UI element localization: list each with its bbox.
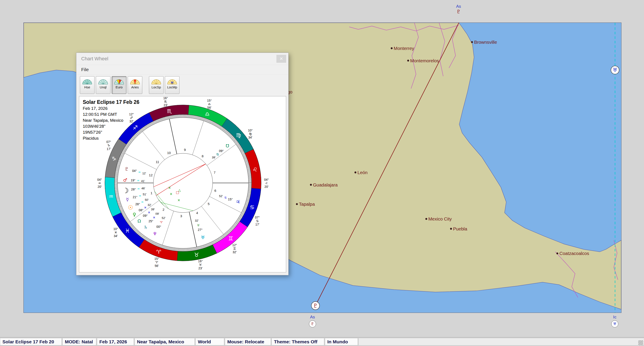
chart-wheel: ♈♉♊♋♌♍♎♏♐♑♒♓△□×××12345678910111204°♒20'1… — [79, 96, 286, 272]
capricorn-sign-glyph: ♑ — [111, 156, 116, 162]
planet-sign-north-node: ♓ — [148, 211, 150, 214]
wheel-icon — [82, 78, 92, 85]
cusp-label-deg-11: 12° — [129, 112, 134, 116]
planet-sign-south-node: ♍ — [216, 153, 219, 156]
planet-min-jupiter: 52' — [219, 194, 223, 198]
house-cusp-12 — [124, 153, 156, 170]
toolbar-button-label: Hse — [84, 85, 90, 89]
resize-grip[interactable] — [638, 340, 643, 345]
planet-min-mercury: 51' — [143, 193, 146, 196]
cusp-label-deg-2: 10° — [113, 227, 118, 231]
planet-glyph-south-node: Ω — [226, 143, 229, 149]
close-button[interactable]: × — [276, 55, 286, 63]
planet-glyph-moon: ☽ — [122, 186, 129, 195]
planet-deg-saturn: 25° — [148, 219, 153, 223]
planet-deg-pluto: 04° — [132, 169, 137, 173]
house-number-2: 2 — [162, 208, 164, 211]
planet-deg-neptune: 00° — [156, 225, 161, 228]
chart-info-line-5: 19N57'26" — [83, 130, 102, 135]
cusp-label-deg-9: 15° — [207, 99, 212, 102]
wheel-icon — [98, 78, 108, 85]
status-date[interactable]: Feb 17, 2026 — [97, 338, 134, 345]
city-dot — [310, 184, 312, 186]
cusp-label-min-9: 56' — [207, 106, 211, 109]
house-cusp-10 — [169, 119, 177, 154]
city-label: Montemorelos — [410, 58, 439, 63]
city-dot — [471, 41, 473, 43]
chart-wheel-dialog[interactable]: Chart Wheel × File HseUnqlEuroAriesLocSp… — [76, 53, 288, 275]
house-number-9: 9 — [184, 148, 186, 152]
planet-sign-pluto: ♒ — [138, 171, 141, 174]
toolbar-button-aries[interactable]: Aries — [128, 76, 142, 94]
planet-deg-south-node: 09° — [219, 149, 224, 153]
status-theme[interactable]: Theme: Themes Off — [272, 338, 324, 345]
planet-glyph-mercury: ☿ — [126, 197, 129, 202]
planet-min-neptune: 52' — [162, 216, 166, 220]
toolbar-button-euro[interactable]: Euro — [112, 76, 126, 94]
planet-deg-moon: 28° — [131, 187, 136, 191]
toolbar-button-locsp[interactable]: LocSp — [149, 76, 164, 94]
planet-min-north-node: 39' — [151, 208, 155, 211]
aquarius-sign-glyph: ♒ — [109, 193, 114, 200]
house-number-4: 4 — [196, 211, 198, 215]
status-mode[interactable]: MODE: Natal — [62, 338, 96, 345]
planet-sign-jupiter: ♋ — [224, 196, 227, 199]
chart-panel: ♈♉♊♋♌♍♎♏♐♑♒♓△□×××12345678910111204°♒20'1… — [79, 96, 286, 272]
city-label: Guadalajara — [313, 182, 338, 187]
wheel-icon — [130, 78, 140, 85]
cusp-label-sign-7: ♌ — [265, 181, 268, 185]
planet-sign-mars: ♒ — [137, 179, 140, 182]
cusp-label-min-7: 20' — [264, 185, 268, 188]
house-cusp-9 — [192, 121, 204, 155]
toolbar-button-label: Euro — [116, 85, 122, 89]
cusp-label-sign-11: ♐ — [130, 116, 133, 120]
planet-deg-jupiter: 15° — [228, 197, 232, 201]
planet-min-south-node: 39' — [212, 156, 216, 159]
house-number-3: 3 — [180, 214, 182, 218]
cusp-label-min-11: 32' — [130, 120, 134, 123]
toolbar-button-unql[interactable]: Unql — [96, 76, 110, 94]
city-label: Mexico City — [428, 216, 452, 221]
leo-sign-glyph: ♌ — [252, 166, 258, 173]
pisces-sign-glyph: ♓ — [125, 228, 130, 234]
menu-file[interactable]: File — [78, 66, 92, 73]
aspect-glyph: × — [170, 192, 172, 196]
cusp-label-min-5: 32' — [232, 250, 236, 254]
toolbar-button-hse[interactable]: Hse — [80, 76, 94, 94]
planet-min-venus: 32' — [148, 203, 151, 207]
status-location[interactable]: Near Tapalpa, Mexico — [134, 338, 195, 345]
planet-deg-uranus: 27° — [198, 228, 202, 232]
cusp-label-deg-3: 15° — [154, 257, 159, 260]
angle-label-As: As — [456, 4, 461, 9]
dialog-titlebar[interactable]: Chart Wheel × — [76, 53, 288, 65]
house-number-5: 5 — [208, 202, 210, 206]
planet-glyph-venus: ♀ — [133, 212, 136, 217]
house-cusp-3 — [162, 211, 174, 245]
city-dot — [425, 218, 427, 220]
house-cusp-5 — [202, 206, 224, 234]
planet-sign-sun: ♒ — [141, 200, 144, 204]
pluto-ascendant-line-glyph: ♇ — [313, 303, 318, 309]
chart-toolbar: HseUnqlEuroAriesLocSpMLocMp — [76, 74, 288, 96]
scorpio-sign-glyph: ♏ — [167, 108, 172, 114]
status-mouse[interactable]: Mouse: Relocate — [225, 338, 271, 345]
chart-info-line-0: Solar Eclipse 17 Feb 26 — [83, 99, 140, 105]
city-dot — [391, 47, 393, 49]
house-number-1: 1 — [150, 191, 152, 195]
sagittarius-sign-glyph: ♐ — [133, 124, 138, 131]
planet-min-uranus: 32' — [195, 219, 198, 222]
status-inmundo[interactable]: In Mundo — [325, 338, 358, 345]
status-bar: Solar Eclipse 17 Feb 20MODE: NatalFeb 17… — [0, 337, 644, 346]
toolbar-button-locmp[interactable]: MLocMp — [165, 76, 180, 94]
planet-glyph-north-node: Ω — [138, 218, 141, 224]
city-dot — [450, 228, 452, 230]
status-chart-name[interactable]: Solar Eclipse 17 Feb 20 — [0, 338, 62, 345]
status-map[interactable]: World — [196, 338, 224, 345]
cusp-label-deg-12: 07° — [106, 140, 111, 144]
house-number-7: 7 — [214, 171, 215, 174]
planet-deg-sun: 28° — [136, 202, 140, 206]
planet-deg-venus: 08° — [139, 208, 144, 212]
cusp-label-min-6: 17' — [256, 223, 259, 226]
chart-info-line-6: Placidus — [83, 136, 99, 141]
cusp-label-min-8: 34' — [248, 136, 252, 139]
